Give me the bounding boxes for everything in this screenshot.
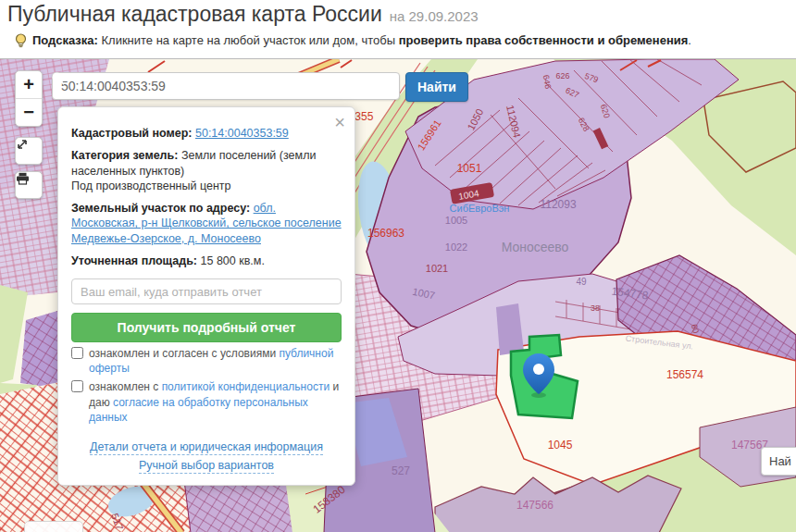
zoom-control: + − [15,70,43,127]
map-label: 527 [392,464,410,477]
map-label: 38 [591,303,600,313]
search-bar: Найти [52,72,468,102]
lightbulb-icon [15,33,27,48]
get-report-button[interactable]: Получить подробный отчет [71,313,342,342]
manual-select-link[interactable]: Ручной выбор вариантов [139,458,274,474]
page-title: Публичная кадастровая карта России [7,1,382,27]
map-label: 1005 [445,215,467,226]
map-label: 1021 [426,263,448,274]
expand-icon [16,138,29,151]
map-label: 112093 [540,198,576,211]
privacy-policy-link[interactable]: политикой конфиденциальности [162,380,330,393]
category-row: Категория земель: Земли поселений (земли… [71,148,342,193]
hint-bar: Подсказка: Кликните на карте на любой уч… [7,33,796,48]
page-header: Публичная кадастровая карта России на 29… [0,0,796,48]
offer-checkbox[interactable] [71,347,83,359]
cadastral-number-row: Кадастровый номер: 50:14:0040353:59 [71,126,342,141]
parcel-info-popup: × Кадастровый номер: 50:14:0040353:59 Ка… [57,106,355,486]
area-row: Уточненная площадь: 15 800 кв.м. [71,254,342,268]
hint-label: Подсказка: [32,33,98,47]
zoom-out-button[interactable]: − [16,98,42,126]
map-label: СибЕвроВэн [450,203,510,214]
print-button[interactable] [15,171,43,199]
map-label: 1022 [445,241,467,253]
privacy-checkbox[interactable] [71,380,83,392]
search-input[interactable] [52,72,400,100]
map-label: 1051 [457,162,482,175]
offer-checkbox-row: ознакомлен и согласен с условиями публич… [71,346,342,376]
privacy-checkbox-row: ознакомлен с политикой конфиденциальност… [71,379,342,425]
popup-footer-links: Детали отчета и юридическая информация Р… [71,437,342,475]
fullscreen-button[interactable] [15,137,43,165]
hint-text: Подсказка: Кликните на карте на любой уч… [32,33,691,48]
map-label: 156574 [666,368,703,381]
locate-button-partial[interactable]: Най [761,447,796,476]
close-icon[interactable]: × [334,113,345,131]
address-row: Земельный участок по адресу: обл. Москов… [71,201,342,246]
search-icon [52,72,65,85]
attribution-partial [24,521,83,532]
map-label: 49 [576,277,587,287]
search-button[interactable]: Найти [405,72,468,102]
map-label: Моносеево [502,240,569,254]
page-date: на 29.09.2023 [390,8,479,24]
map-label: 626 [555,71,569,80]
report-details-link[interactable]: Детали отчета и юридическая информация [90,439,323,455]
zoom-in-button[interactable]: + [16,71,42,98]
map-label: 156963 [367,227,404,240]
cadastral-number-link[interactable]: 50:14:0040353:59 [195,127,289,140]
map-container[interactable]: 3355156961105011209464662657962762062810… [0,58,796,532]
printer-icon [16,172,30,185]
personal-data-link[interactable]: согласие на обработку персональных данны… [89,396,308,424]
map-label: 147566 [516,499,553,512]
email-field[interactable] [71,278,342,304]
map-label: 1045 [548,439,573,452]
